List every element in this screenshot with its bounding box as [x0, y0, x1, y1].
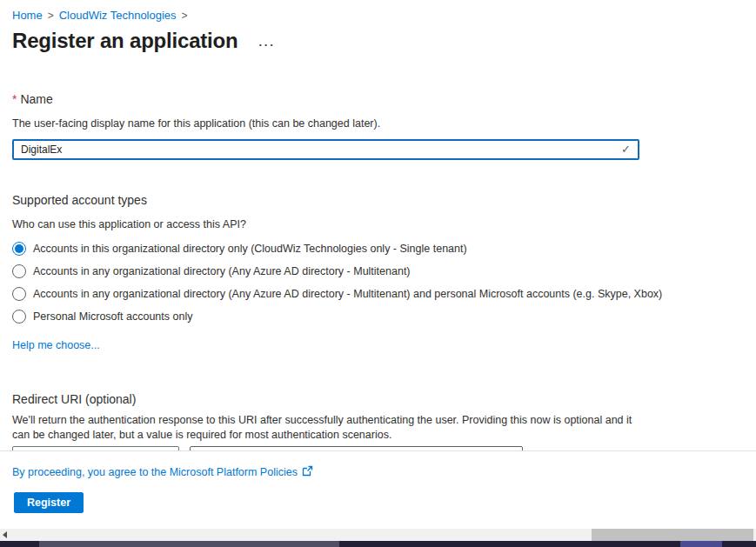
- sticky-footer: By proceeding, you agree to the Microsof…: [0, 450, 756, 529]
- redirect-uri-description: We'll return the authentication response…: [12, 413, 646, 443]
- bottom-dark-strip: [0, 541, 756, 547]
- breadcrumb: Home>CloudWiz Technologies>: [12, 9, 744, 23]
- breadcrumb-separator-icon: >: [48, 10, 54, 22]
- redirect-uri-heading: Redirect URI (optional): [12, 392, 744, 406]
- scroll-left-arrow-icon[interactable]: [3, 531, 7, 538]
- radio-option-single-tenant[interactable]: Accounts in this organizational director…: [12, 237, 744, 260]
- horizontal-scrollbar[interactable]: [0, 529, 756, 541]
- name-input[interactable]: [12, 139, 639, 160]
- help-link-row: Help me choose...: [12, 337, 744, 352]
- bottom-strip-segment: [39, 541, 339, 547]
- name-label-text: Name: [20, 92, 52, 106]
- radio-option-multitenant[interactable]: Accounts in any organizational directory…: [12, 260, 744, 283]
- bottom-strip-segment-accent: [680, 541, 722, 547]
- scrollbar-thumb[interactable]: [592, 529, 753, 541]
- breadcrumb-separator-icon: >: [182, 10, 188, 22]
- name-field-description: The user-facing display name for this ap…: [12, 117, 744, 130]
- radio-option-multitenant-personal[interactable]: Accounts in any organizational directory…: [12, 283, 744, 305]
- radio-option-label: Accounts in any organizational directory…: [33, 265, 411, 277]
- register-button[interactable]: Register: [14, 492, 84, 513]
- platform-policies-link[interactable]: By proceeding, you agree to the Microsof…: [12, 465, 313, 479]
- register-application-page: Home>CloudWiz Technologies> Register an …: [0, 0, 756, 547]
- page-title: Register an application: [12, 30, 238, 52]
- breadcrumb-home-link[interactable]: Home: [12, 9, 43, 22]
- external-link-icon: [302, 465, 313, 479]
- account-types-question: Who can use this application or access t…: [12, 218, 744, 230]
- more-options-icon[interactable]: ···: [258, 41, 275, 50]
- radio-option-label: Accounts in this organizational director…: [33, 243, 467, 255]
- account-types-radio-group: Accounts in this organizational director…: [12, 237, 744, 328]
- supported-account-types-heading: Supported account types: [12, 193, 744, 207]
- radio-icon[interactable]: [12, 310, 26, 324]
- radio-option-personal-only[interactable]: Personal Microsoft accounts only: [12, 305, 744, 328]
- radio-option-label: Personal Microsoft accounts only: [33, 310, 192, 323]
- radio-icon[interactable]: [12, 287, 26, 301]
- name-field-label: *Name: [12, 92, 744, 106]
- name-input-wrap: ✓: [12, 139, 639, 160]
- breadcrumb-cloudwiz-link[interactable]: CloudWiz Technologies: [59, 9, 177, 22]
- radio-icon[interactable]: [12, 242, 26, 256]
- title-row: Register an application ···: [12, 30, 744, 52]
- platform-policies-link-text: By proceeding, you agree to the Microsof…: [12, 466, 298, 478]
- radio-option-label: Accounts in any organizational directory…: [33, 288, 662, 300]
- radio-icon[interactable]: [12, 264, 26, 278]
- page-content: Home>CloudWiz Technologies> Register an …: [0, 0, 756, 481]
- required-marker: *: [12, 92, 17, 106]
- help-me-choose-link[interactable]: Help me choose...: [12, 339, 100, 351]
